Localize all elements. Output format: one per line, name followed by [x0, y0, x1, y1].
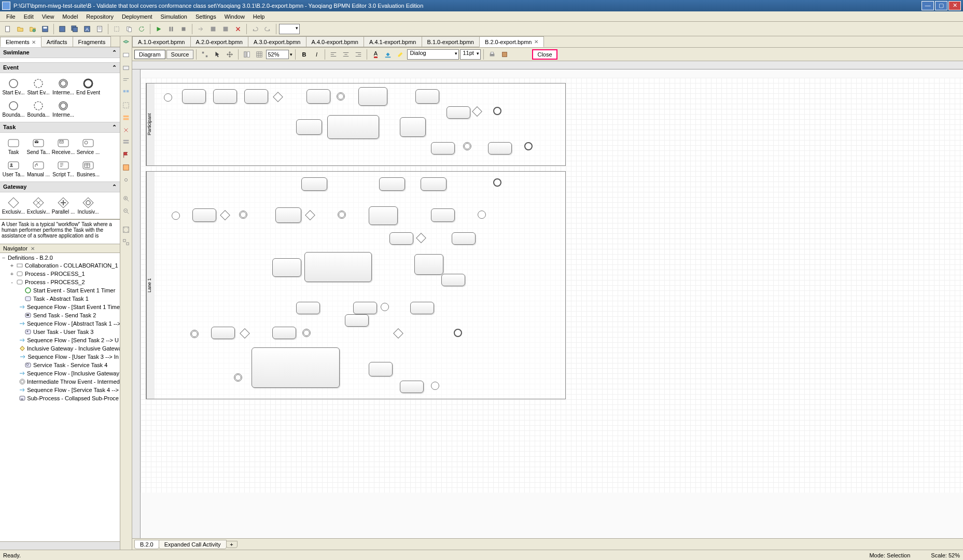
play-icon[interactable] — [153, 23, 164, 35]
vtool-zoomout-icon[interactable] — [120, 205, 132, 217]
bpmn-expanded-subprocess[interactable] — [304, 252, 372, 282]
tree-node[interactable]: Intermediate Throw Event - Intermed — [1, 377, 119, 386]
open-icon[interactable] — [15, 23, 26, 35]
pointer-icon[interactable] — [212, 49, 223, 60]
palette-group-gateway[interactable]: Gateway⌃ — [0, 181, 120, 192]
bpmn-task[interactable] — [272, 258, 301, 277]
vtool-zoomin-icon[interactable] — [120, 193, 132, 204]
tree-node[interactable]: Task - Abstract Task 1 — [1, 295, 119, 303]
font-color-icon[interactable]: A — [370, 49, 381, 60]
vtool-delete-icon[interactable] — [120, 124, 132, 136]
palette-item-start-ev-[interactable]: Start Ev... — [1, 75, 26, 97]
bpmn-expanded-subprocess[interactable] — [252, 347, 340, 388]
tree-node[interactable]: Send Task - Send Task 2 — [1, 311, 119, 319]
vtool-align-icon[interactable] — [120, 75, 132, 86]
pause-icon[interactable] — [165, 23, 177, 35]
tree-node[interactable]: Sub-Process - Collapsed Sub-Proce — [1, 394, 119, 402]
new-icon[interactable] — [2, 23, 13, 35]
bpmn-start-event[interactable] — [172, 212, 180, 220]
step2-icon[interactable] — [207, 23, 219, 35]
bpmn-task[interactable] — [296, 119, 322, 135]
minimize-button[interactable]: — — [922, 1, 934, 10]
bpmn-task[interactable] — [389, 232, 413, 245]
move-icon[interactable] — [224, 49, 235, 60]
tree-node[interactable]: Sequence Flow - [Abstract Task 1 --> — [1, 319, 119, 328]
bpmn-task[interactable] — [182, 89, 206, 104]
copy-icon[interactable] — [123, 23, 135, 35]
file-tab[interactable]: A.1.0-export.bpmn — [132, 36, 191, 47]
bpmn-end-event[interactable] — [493, 107, 501, 115]
bpmn-task[interactable] — [415, 89, 439, 104]
bottom-tab[interactable]: Expanded Call Activity — [159, 540, 227, 549]
navigator-tree[interactable]: −Definitions - B.2.0+Collaboration - COL… — [0, 253, 120, 541]
source-mode-button[interactable]: Source — [166, 50, 194, 59]
bpmn-event[interactable] — [190, 330, 199, 338]
menu-window[interactable]: Window — [220, 12, 249, 21]
bpmn-end-event[interactable] — [524, 142, 533, 150]
undo-icon[interactable] — [249, 23, 261, 35]
bpmn-task[interactable] — [400, 381, 424, 393]
palette-item-task[interactable]: Task — [1, 135, 26, 157]
navigator-scrollbar[interactable] — [0, 541, 120, 550]
vtool-gear-icon[interactable] — [120, 174, 132, 186]
bpmn-intermediate-event[interactable] — [463, 142, 471, 150]
bpmn-expanded-subprocess[interactable] — [327, 115, 379, 139]
italic-icon[interactable]: I — [311, 49, 322, 60]
close-button[interactable]: Close — [532, 49, 557, 60]
align-center-icon[interactable] — [340, 49, 352, 60]
bpmn-intermediate-event[interactable] — [239, 211, 247, 219]
bpmn-intermediate-event[interactable] — [337, 92, 345, 101]
stop-icon[interactable] — [178, 23, 189, 35]
align-right-icon[interactable] — [353, 49, 364, 60]
palette-tab-elements[interactable]: Elements✕ — [0, 37, 41, 47]
palette-item-service-[interactable]: Service ... — [76, 135, 101, 157]
open-folder-icon[interactable] — [27, 23, 38, 35]
bpmn-task[interactable] — [421, 177, 446, 191]
vtool-swim-icon[interactable] — [120, 112, 132, 123]
save-icon[interactable] — [39, 23, 51, 35]
tree-expand-icon[interactable]: − — [1, 255, 6, 261]
bpmn-task[interactable] — [211, 327, 235, 339]
navigator-close-icon[interactable]: ✕ — [31, 246, 35, 251]
file-tab[interactable]: A.4.1-export.bpmn — [364, 36, 422, 47]
bpmn-task[interactable] — [410, 302, 434, 314]
palette-item-receive-[interactable]: Receive... — [51, 135, 76, 157]
align-left-icon[interactable] — [328, 49, 339, 60]
save2-icon[interactable] — [57, 23, 68, 35]
font-combo[interactable]: Dialog — [407, 49, 459, 60]
bpmn-end-event[interactable] — [493, 178, 501, 187]
palette-item-bounda-[interactable]: Bounda... — [26, 97, 51, 120]
vtool-fit-icon[interactable] — [120, 224, 132, 235]
palette-item-interme-[interactable]: Interme... — [51, 75, 76, 97]
vtool-group-icon[interactable] — [120, 100, 132, 111]
tree-node[interactable]: Sequence Flow - [Start Event 1 Time — [1, 303, 119, 311]
zoom-input[interactable] — [266, 50, 289, 59]
saveas-icon[interactable]: A — [81, 23, 93, 35]
vtool-flag-icon[interactable] — [120, 149, 132, 161]
bpmn-task[interactable] — [488, 142, 512, 155]
bpmn-task[interactable] — [272, 327, 296, 339]
step-icon[interactable] — [195, 23, 206, 35]
bpmn-event[interactable] — [478, 211, 486, 219]
bpmn-event[interactable] — [381, 303, 389, 311]
menu-model[interactable]: Model — [58, 12, 82, 21]
palette-item-interme-[interactable]: Interme... — [51, 97, 76, 120]
tree-node[interactable]: Start Event - Start Event 1 Timer — [1, 286, 119, 295]
bpmn-task[interactable] — [379, 177, 405, 191]
palette-tab-close-icon[interactable]: ✕ — [32, 39, 36, 45]
grid-icon[interactable] — [254, 49, 265, 60]
bpmn-task[interactable] — [296, 302, 320, 314]
diagram-canvas[interactable]: Participant Lane 1 — [132, 61, 963, 538]
highlight-icon[interactable] — [395, 49, 406, 60]
vtool-rows-icon[interactable] — [120, 137, 132, 148]
bpmn-intermediate-event[interactable] — [338, 211, 346, 219]
bottom-tab[interactable]: B.2.0 — [134, 540, 159, 549]
tree-expand-icon[interactable]: + — [9, 271, 15, 277]
tree-node[interactable]: Sequence Flow - [User Task 3 --> In — [1, 353, 119, 361]
menu-settings[interactable]: Settings — [191, 12, 220, 21]
palette-item-user-ta-[interactable]: User Ta... — [1, 157, 26, 179]
tree-expand-icon[interactable]: + — [9, 262, 15, 269]
bpmn-task[interactable] — [400, 117, 426, 137]
print-icon[interactable] — [486, 49, 498, 60]
bpmn-start-event[interactable] — [164, 93, 172, 102]
